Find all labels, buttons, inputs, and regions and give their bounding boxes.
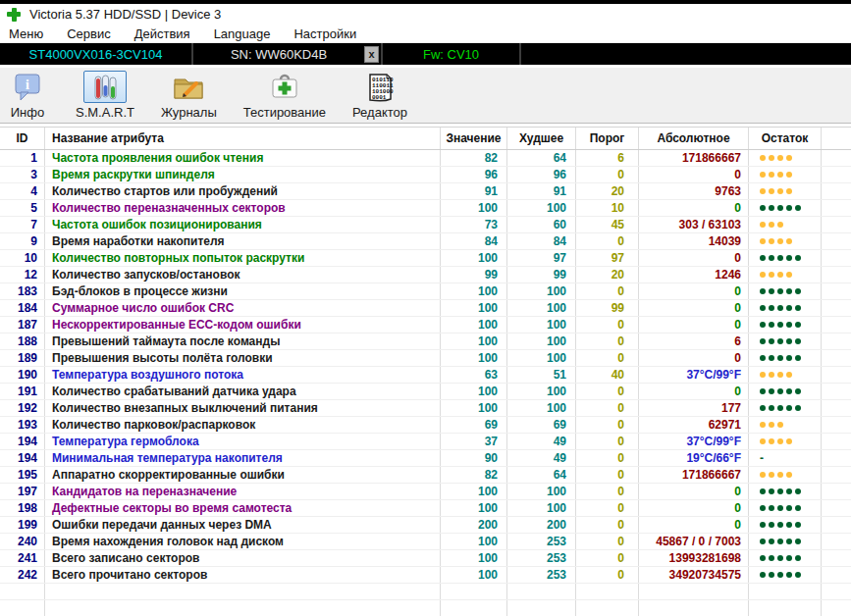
row-tail [822, 400, 851, 416]
row-tail [822, 150, 851, 166]
window-title: Victoria 5.37 HDD/SSD | Device 3 [29, 7, 221, 22]
toolbar-label-testing: Тестирование [243, 105, 326, 120]
attr-value: 82 [441, 150, 507, 166]
attr-threshold: 0 [576, 384, 639, 399]
table-row[interactable]: 5Количество переназначенных секторов1001… [0, 200, 851, 217]
health-dots [749, 550, 822, 566]
device-firmware: Fw: CV10 [383, 43, 521, 65]
column-header-threshold[interactable]: Порог [576, 128, 639, 149]
table-row[interactable]: 194Минимальная температура накопителя904… [0, 450, 851, 467]
attr-absolute: 0 [639, 317, 749, 333]
table-row[interactable]: 183Бэд-блоков в процессе жизни10010000 [0, 283, 851, 300]
attr-absolute: 37°C/99°F [639, 434, 749, 449]
close-device-button[interactable]: x [364, 46, 379, 63]
table-row[interactable]: 242Всего прочитано секторов1002530349207… [0, 567, 851, 584]
health-dots [749, 183, 822, 199]
attr-threshold: 0 [576, 500, 639, 516]
attr-id: 184 [0, 300, 45, 316]
attr-name: Время раскрутки шпинделя [45, 167, 441, 182]
menu-item-menu[interactable]: Меню [9, 26, 43, 41]
table-row[interactable]: 9Время наработки накопителя8484014039 [0, 233, 851, 250]
menu-item-service[interactable]: Сервис [67, 26, 111, 41]
attr-value: 100 [441, 334, 507, 349]
attr-absolute: 37°C/99°F [639, 367, 749, 383]
health-dots [749, 317, 822, 333]
row-tail [822, 517, 851, 533]
toolbar-button-testing[interactable]: Тестирование [243, 71, 326, 120]
attr-worst: 91 [507, 183, 576, 199]
table-row[interactable]: 187Нескорректированные ECC-кодом ошибки1… [0, 317, 851, 334]
attr-name: Количество стартов или пробуждений [45, 183, 441, 199]
attr-name: Время нахождения головок над диском [45, 534, 441, 549]
attr-name: Частота ошибок позиционирования [45, 217, 441, 232]
column-header-worst[interactable]: Худшее [507, 128, 576, 149]
table-row[interactable]: 189Превышения высоты полёта головки10010… [0, 350, 851, 367]
row-tail [822, 534, 851, 549]
toolbar-button-info[interactable]: i Инфо [6, 71, 49, 120]
table-row[interactable]: 190Температура воздушного потока63514037… [0, 367, 851, 384]
attr-value: 100 [441, 250, 507, 266]
attr-threshold: 0 [576, 417, 639, 433]
menu-item-actions[interactable]: Действия [134, 26, 190, 41]
attr-threshold: 45 [576, 217, 639, 232]
table-row[interactable]: 10Количество повторных попыток раскрутки… [0, 250, 851, 267]
table-row[interactable]: 194Температура гермоблока3749037°C/99°F [0, 434, 851, 450]
attr-value: 99 [441, 267, 507, 282]
menu-item-language[interactable]: Language [214, 26, 271, 41]
column-header-value[interactable]: Значение [441, 128, 507, 149]
attr-name: Количество переназначенных секторов [45, 200, 441, 216]
table-row[interactable]: 191Количество срабатываний датчика удара… [0, 384, 851, 400]
column-header-health[interactable]: Остаток [749, 128, 822, 149]
table-row[interactable]: 240Время нахождения головок над диском10… [0, 534, 851, 550]
toolbar-button-editor[interactable]: 010110 110011 101000 0001 Редактор [352, 71, 407, 120]
row-tail [822, 267, 851, 282]
attr-id: 188 [0, 334, 45, 349]
attr-absolute: 0 [639, 250, 749, 266]
table-row[interactable]: 197Кандидатов на переназначение10010000 [0, 484, 851, 500]
device-serial: SN: WW60KD4B [193, 47, 364, 62]
attr-worst: 69 [507, 417, 576, 433]
attr-value: 82 [441, 467, 507, 483]
attr-worst: 100 [507, 200, 576, 216]
attr-absolute: 62971 [639, 417, 749, 433]
table-row[interactable]: 199Ошибки передачи данных через DMA20020… [0, 517, 851, 534]
attr-worst: 253 [507, 550, 576, 566]
table-row[interactable]: 3Время раскрутки шпинделя969600 [0, 167, 851, 183]
attr-worst: 97 [507, 250, 576, 266]
table-header-row: ID Название атрибута Значение Худшее Пор… [0, 127, 851, 150]
table-row[interactable]: 241Всего записано секторов10025301399328… [0, 550, 851, 567]
attr-absolute: 0 [639, 384, 749, 399]
attr-threshold: 20 [576, 183, 639, 199]
column-header-name[interactable]: Название атрибута [45, 128, 441, 149]
toolbar-button-logs[interactable]: Журналы [161, 71, 217, 120]
attr-id: 195 [0, 467, 45, 483]
menu-item-settings[interactable]: Настройки [293, 26, 356, 41]
attr-threshold: 10 [576, 200, 639, 216]
attr-threshold: 0 [576, 233, 639, 249]
attr-threshold: 20 [576, 267, 639, 282]
table-row[interactable]: 184Суммарное число ошибок CRC100100990 [0, 300, 851, 317]
column-header-absolute[interactable]: Абсолютное [639, 128, 749, 149]
table-row[interactable]: 4Количество стартов или пробуждений91912… [0, 183, 851, 200]
attr-absolute: 303 / 63103 [639, 217, 749, 232]
attr-id: 9 [0, 233, 45, 249]
table-row[interactable]: 188Превышений таймаута после команды1001… [0, 334, 851, 350]
attr-id: 199 [0, 517, 45, 533]
table-row[interactable]: 192Количество внезапных выключений питан… [0, 400, 851, 417]
attr-name: Дефектные секторы во время самотеста [45, 500, 441, 516]
column-header-id[interactable]: ID [0, 128, 45, 149]
svg-text:i: i [26, 77, 29, 92]
table-row[interactable]: 7Частота ошибок позиционирования73604530… [0, 217, 851, 233]
table-row[interactable]: 198Дефектные секторы во время самотеста1… [0, 500, 851, 517]
attr-threshold: 99 [576, 300, 639, 316]
attr-absolute: 13993281698 [639, 550, 749, 566]
attr-absolute: 0 [639, 517, 749, 533]
toolbar-button-smart[interactable]: S.M.A.R.T [76, 71, 134, 120]
table-row[interactable]: 1Частота проявления ошибок чтения8264617… [0, 150, 851, 167]
table-row[interactable]: 195Аппаратно скорректированные ошибки826… [0, 467, 851, 484]
folder-pencil-icon [167, 71, 210, 103]
attr-value: 100 [441, 200, 507, 216]
table-row[interactable]: 193Количество парковок/распарковок696906… [0, 417, 851, 434]
health-dots [749, 267, 822, 282]
table-row[interactable]: 12Количество запусков/остановок999920124… [0, 267, 851, 283]
